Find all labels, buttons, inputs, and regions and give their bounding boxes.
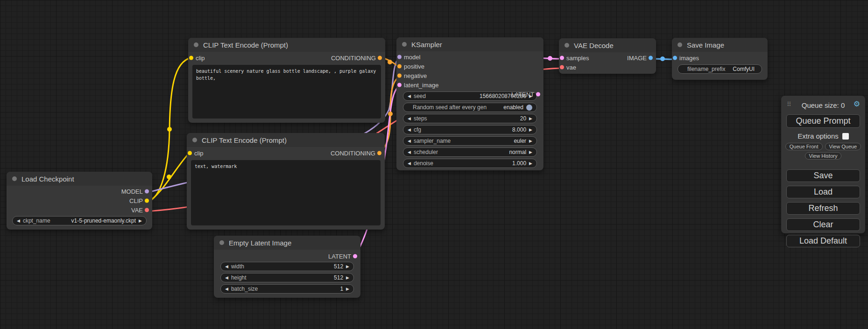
input-row-negative: negative (396, 71, 543, 80)
collapse-dot-icon[interactable] (565, 43, 569, 48)
wire-midpoint-dot (167, 127, 172, 132)
node-graph-canvas[interactable]: Load Checkpoint MODEL CLIP VAE ◀ ckpt_na… (0, 0, 868, 329)
increment-arrow-icon[interactable]: ▶ (346, 287, 349, 291)
output-label: MODEL (121, 188, 143, 195)
decrement-arrow-icon[interactable]: ◀ (408, 150, 411, 154)
clear-button[interactable]: Clear (786, 218, 860, 231)
sampler-name-widget[interactable]: ◀ sampler_name euler ▶ (403, 136, 537, 146)
decrement-arrow-icon[interactable]: ◀ (225, 275, 228, 280)
node-header[interactable]: VAE Decode (559, 38, 656, 52)
input-label: model (404, 54, 420, 61)
input-row-images: images (672, 53, 768, 63)
collapse-dot-icon[interactable] (219, 240, 224, 245)
increment-arrow-icon[interactable]: ▶ (139, 218, 142, 223)
node-header[interactable]: Save Image (672, 38, 768, 52)
node-title: CLIP Text Encode (Prompt) (203, 41, 288, 49)
node-header[interactable]: Load Checkpoint (7, 172, 152, 186)
node-header[interactable]: Empty Latent Image (214, 236, 360, 250)
collapse-dot-icon[interactable] (192, 138, 197, 142)
latent-output-port[interactable] (536, 92, 540, 97)
widget-value: 1 (340, 286, 343, 292)
output-row-clip: CLIP (7, 196, 152, 205)
clip-output-port[interactable] (145, 199, 149, 203)
model-input-port[interactable] (397, 55, 402, 59)
decrement-arrow-icon[interactable]: ◀ (17, 218, 20, 223)
vae-output-port[interactable] (145, 208, 149, 212)
clip-input-port[interactable] (189, 56, 193, 60)
refresh-button[interactable]: Refresh (786, 202, 860, 215)
increment-arrow-icon[interactable]: ▶ (529, 116, 532, 121)
filename-prefix-widget[interactable]: filename_prefix ComfyUI (677, 64, 762, 74)
output-row-vae: VAE (7, 205, 152, 215)
decrement-arrow-icon[interactable]: ◀ (408, 161, 411, 166)
collapse-dot-icon[interactable] (194, 42, 198, 47)
scheduler-widget[interactable]: ◀ scheduler normal ▶ (403, 147, 537, 157)
batch-size-widget[interactable]: ◀ batch_size 1 ▶ (220, 284, 354, 294)
collapse-dot-icon[interactable] (677, 42, 682, 47)
gear-icon[interactable]: ⚙ (854, 100, 860, 108)
image-output-port[interactable] (649, 56, 653, 60)
increment-arrow-icon[interactable]: ▶ (346, 275, 349, 280)
images-input-port[interactable] (673, 56, 677, 60)
positive-input-port[interactable] (397, 64, 402, 69)
ckpt-name-widget[interactable]: ◀ ckpt_name v1-5-pruned-emaonly.ckpt ▶ (12, 216, 147, 225)
height-widget[interactable]: ◀ height 512 ▶ (220, 273, 354, 282)
latent-output-port[interactable] (353, 254, 357, 259)
output-label: CONDITIONING (331, 150, 375, 157)
output-label: VAE (131, 207, 143, 214)
extra-options-checkbox[interactable] (842, 133, 849, 140)
increment-arrow-icon[interactable]: ▶ (529, 139, 532, 143)
decrement-arrow-icon[interactable]: ◀ (225, 264, 228, 269)
input-label: clip (194, 150, 204, 157)
output-row-latent: LATENT (214, 252, 360, 261)
widget-label: height (231, 274, 247, 281)
conditioning-output-port[interactable] (377, 151, 381, 155)
wire-midpoint-dot (388, 60, 392, 64)
clip-input-port[interactable] (188, 151, 192, 155)
samples-input-port[interactable] (560, 56, 564, 60)
input-label: images (679, 55, 699, 62)
denoise-widget[interactable]: ◀ denoise 1.000 ▶ (403, 159, 537, 168)
queue-prompt-button[interactable]: Queue Prompt (786, 114, 860, 128)
load-button[interactable]: Load (786, 186, 860, 198)
collapse-dot-icon[interactable] (402, 42, 407, 47)
increment-arrow-icon[interactable]: ▶ (529, 161, 532, 166)
decrement-arrow-icon[interactable]: ◀ (408, 127, 411, 132)
decrement-arrow-icon[interactable]: ◀ (225, 287, 228, 291)
node-header[interactable]: CLIP Text Encode (Prompt) (188, 38, 385, 52)
decrement-arrow-icon[interactable]: ◀ (408, 116, 411, 121)
increment-arrow-icon[interactable]: ▶ (346, 264, 349, 269)
negative-input-port[interactable] (397, 74, 402, 78)
cfg-widget[interactable]: ◀ cfg 8.000 ▶ (403, 125, 537, 134)
node-header[interactable]: KSampler (396, 37, 543, 51)
load-default-button[interactable]: Load Default (786, 235, 860, 247)
decrement-arrow-icon[interactable]: ◀ (408, 139, 411, 143)
queue-front-button[interactable]: Queue Front (785, 143, 823, 150)
vae-input-port[interactable] (560, 65, 564, 70)
input-label: negative (404, 72, 427, 79)
increment-arrow-icon[interactable]: ▶ (529, 150, 532, 154)
toggle-enabled-icon[interactable] (526, 105, 532, 111)
output-label: IMAGE (627, 55, 647, 62)
collapse-dot-icon[interactable] (12, 176, 17, 181)
positive-prompt-textarea[interactable]: beautiful scenery nature glass bottle la… (192, 65, 381, 119)
latent-image-input-port[interactable] (397, 83, 402, 87)
input-label: vae (566, 64, 576, 71)
negative-prompt-textarea[interactable]: text, watermark (191, 160, 381, 225)
conditioning-output-port[interactable] (378, 56, 382, 60)
drag-handle-icon[interactable]: ⠿ (787, 101, 791, 108)
width-widget[interactable]: ◀ width 512 ▶ (220, 262, 354, 271)
model-output-port[interactable] (145, 189, 149, 194)
view-history-button[interactable]: View History (805, 152, 842, 160)
extra-options-row: Extra options (786, 132, 860, 140)
steps-widget[interactable]: ◀ steps 20 ▶ (403, 114, 537, 123)
random-seed-toggle-widget[interactable]: Random seed after every gen enabled (403, 103, 537, 112)
view-queue-button[interactable]: View Queue (825, 143, 861, 150)
widget-label: scheduler (414, 149, 438, 155)
port-row: clip CONDITIONING (187, 148, 385, 158)
save-button[interactable]: Save (786, 169, 860, 182)
decrement-arrow-icon[interactable]: ◀ (408, 94, 411, 98)
node-header[interactable]: CLIP Text Encode (Prompt) (187, 133, 385, 147)
increment-arrow-icon[interactable]: ▶ (529, 127, 532, 132)
output-label: CLIP (129, 197, 143, 204)
